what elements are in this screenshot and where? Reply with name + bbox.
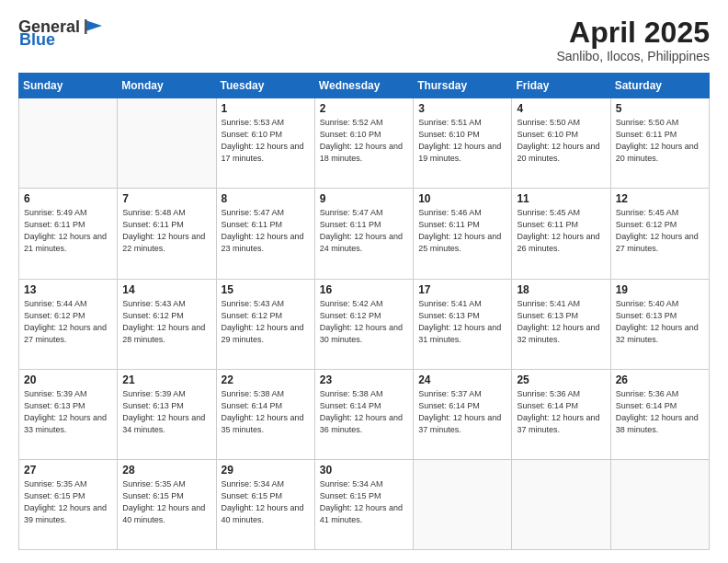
- header: General Blue April 2025 Sanlibo, Ilocos,…: [18, 17, 710, 63]
- day-info: Sunrise: 5:40 AM Sunset: 6:13 PM Dayligh…: [616, 298, 704, 346]
- day-number: 21: [122, 373, 210, 386]
- calendar-week-row: 1Sunrise: 5:53 AM Sunset: 6:10 PM Daylig…: [19, 98, 710, 189]
- day-info: Sunrise: 5:39 AM Sunset: 6:13 PM Dayligh…: [24, 388, 112, 436]
- day-number: 18: [517, 283, 605, 296]
- calendar-week-row: 6Sunrise: 5:49 AM Sunset: 6:11 PM Daylig…: [19, 189, 710, 279]
- calendar-weekday-header: Sunday: [19, 74, 118, 98]
- calendar-day-cell: 28Sunrise: 5:35 AM Sunset: 6:15 PM Dayli…: [118, 459, 216, 549]
- day-number: 12: [616, 192, 704, 205]
- day-number: 1: [222, 102, 310, 115]
- calendar-week-row: 20Sunrise: 5:39 AM Sunset: 6:13 PM Dayli…: [19, 369, 710, 459]
- calendar-day-cell: 7Sunrise: 5:48 AM Sunset: 6:11 PM Daylig…: [118, 189, 216, 279]
- day-number: 16: [320, 283, 408, 296]
- calendar-weekday-header: Friday: [512, 74, 610, 98]
- day-info: Sunrise: 5:41 AM Sunset: 6:13 PM Dayligh…: [517, 298, 605, 346]
- day-info: Sunrise: 5:42 AM Sunset: 6:12 PM Dayligh…: [320, 298, 408, 346]
- calendar-day-cell: 20Sunrise: 5:39 AM Sunset: 6:13 PM Dayli…: [19, 369, 118, 459]
- calendar-day-cell: [610, 459, 709, 549]
- logo-flag-icon: [84, 17, 104, 37]
- calendar-day-cell: 12Sunrise: 5:45 AM Sunset: 6:12 PM Dayli…: [610, 189, 709, 279]
- calendar-day-cell: [118, 98, 216, 189]
- calendar-weekday-header: Thursday: [414, 74, 512, 98]
- day-info: Sunrise: 5:36 AM Sunset: 6:14 PM Dayligh…: [616, 388, 704, 436]
- day-number: 24: [418, 373, 506, 386]
- logo-blue-text: Blue: [19, 31, 55, 48]
- calendar-day-cell: 11Sunrise: 5:45 AM Sunset: 6:11 PM Dayli…: [512, 189, 610, 279]
- day-number: 7: [122, 192, 210, 205]
- day-number: 23: [320, 373, 408, 386]
- day-number: 3: [418, 102, 506, 115]
- day-number: 29: [222, 464, 310, 477]
- day-info: Sunrise: 5:34 AM Sunset: 6:15 PM Dayligh…: [320, 478, 408, 526]
- calendar-day-cell: 24Sunrise: 5:37 AM Sunset: 6:14 PM Dayli…: [414, 369, 512, 459]
- calendar-day-cell: 9Sunrise: 5:47 AM Sunset: 6:11 PM Daylig…: [314, 189, 413, 279]
- day-info: Sunrise: 5:38 AM Sunset: 6:14 PM Dayligh…: [320, 388, 408, 436]
- calendar-day-cell: 8Sunrise: 5:47 AM Sunset: 6:11 PM Daylig…: [216, 189, 314, 279]
- calendar-day-cell: 19Sunrise: 5:40 AM Sunset: 6:13 PM Dayli…: [610, 279, 709, 369]
- day-number: 8: [222, 192, 310, 205]
- calendar-day-cell: 5Sunrise: 5:50 AM Sunset: 6:11 PM Daylig…: [610, 98, 709, 189]
- calendar-day-cell: 13Sunrise: 5:44 AM Sunset: 6:12 PM Dayli…: [19, 279, 118, 369]
- calendar-day-cell: 2Sunrise: 5:52 AM Sunset: 6:10 PM Daylig…: [314, 98, 413, 189]
- day-info: Sunrise: 5:50 AM Sunset: 6:10 PM Dayligh…: [517, 117, 605, 165]
- calendar-day-cell: 21Sunrise: 5:39 AM Sunset: 6:13 PM Dayli…: [118, 369, 216, 459]
- day-info: Sunrise: 5:52 AM Sunset: 6:10 PM Dayligh…: [320, 117, 408, 165]
- calendar-day-cell: 27Sunrise: 5:35 AM Sunset: 6:15 PM Dayli…: [19, 459, 118, 549]
- day-number: 26: [616, 373, 704, 386]
- day-info: Sunrise: 5:37 AM Sunset: 6:14 PM Dayligh…: [418, 388, 506, 436]
- calendar-day-cell: 18Sunrise: 5:41 AM Sunset: 6:13 PM Dayli…: [512, 279, 610, 369]
- day-number: 28: [122, 464, 210, 477]
- calendar-table: SundayMondayTuesdayWednesdayThursdayFrid…: [18, 73, 710, 550]
- day-info: Sunrise: 5:35 AM Sunset: 6:15 PM Dayligh…: [122, 478, 210, 526]
- day-info: Sunrise: 5:46 AM Sunset: 6:11 PM Dayligh…: [418, 207, 506, 255]
- day-number: 17: [418, 283, 506, 296]
- day-number: 20: [24, 373, 112, 386]
- calendar-weekday-header: Saturday: [610, 74, 709, 98]
- day-info: Sunrise: 5:43 AM Sunset: 6:12 PM Dayligh…: [122, 298, 210, 346]
- calendar-day-cell: 30Sunrise: 5:34 AM Sunset: 6:15 PM Dayli…: [314, 459, 413, 549]
- day-number: 30: [320, 464, 408, 477]
- calendar-day-cell: 1Sunrise: 5:53 AM Sunset: 6:10 PM Daylig…: [216, 98, 314, 189]
- calendar-week-row: 27Sunrise: 5:35 AM Sunset: 6:15 PM Dayli…: [19, 459, 710, 549]
- day-info: Sunrise: 5:44 AM Sunset: 6:12 PM Dayligh…: [24, 298, 112, 346]
- page-title: April 2025: [556, 17, 710, 49]
- day-info: Sunrise: 5:51 AM Sunset: 6:10 PM Dayligh…: [418, 117, 506, 165]
- day-number: 6: [24, 192, 112, 205]
- day-info: Sunrise: 5:34 AM Sunset: 6:15 PM Dayligh…: [222, 478, 310, 526]
- calendar-day-cell: [512, 459, 610, 549]
- day-info: Sunrise: 5:43 AM Sunset: 6:12 PM Dayligh…: [222, 298, 310, 346]
- day-info: Sunrise: 5:47 AM Sunset: 6:11 PM Dayligh…: [222, 207, 310, 255]
- day-number: 13: [24, 283, 112, 296]
- calendar-day-cell: 16Sunrise: 5:42 AM Sunset: 6:12 PM Dayli…: [314, 279, 413, 369]
- calendar-day-cell: 4Sunrise: 5:50 AM Sunset: 6:10 PM Daylig…: [512, 98, 610, 189]
- day-number: 5: [616, 102, 704, 115]
- calendar-day-cell: 15Sunrise: 5:43 AM Sunset: 6:12 PM Dayli…: [216, 279, 314, 369]
- calendar-day-cell: 29Sunrise: 5:34 AM Sunset: 6:15 PM Dayli…: [216, 459, 314, 549]
- day-info: Sunrise: 5:53 AM Sunset: 6:10 PM Dayligh…: [222, 117, 310, 165]
- day-number: 14: [122, 283, 210, 296]
- day-number: 2: [320, 102, 408, 115]
- calendar-day-cell: 25Sunrise: 5:36 AM Sunset: 6:14 PM Dayli…: [512, 369, 610, 459]
- day-number: 27: [24, 464, 112, 477]
- logo: General Blue: [18, 17, 104, 48]
- calendar-weekday-header: Tuesday: [216, 74, 314, 98]
- day-info: Sunrise: 5:45 AM Sunset: 6:12 PM Dayligh…: [616, 207, 704, 255]
- day-number: 19: [616, 283, 704, 296]
- svg-rect-1: [85, 19, 87, 34]
- day-info: Sunrise: 5:38 AM Sunset: 6:14 PM Dayligh…: [222, 388, 310, 436]
- calendar-day-cell: 26Sunrise: 5:36 AM Sunset: 6:14 PM Dayli…: [610, 369, 709, 459]
- day-number: 9: [320, 192, 408, 205]
- svg-marker-0: [85, 20, 102, 31]
- calendar-day-cell: [414, 459, 512, 549]
- day-info: Sunrise: 5:48 AM Sunset: 6:11 PM Dayligh…: [122, 207, 210, 255]
- calendar-day-cell: 23Sunrise: 5:38 AM Sunset: 6:14 PM Dayli…: [314, 369, 413, 459]
- day-info: Sunrise: 5:39 AM Sunset: 6:13 PM Dayligh…: [122, 388, 210, 436]
- calendar-header-row: SundayMondayTuesdayWednesdayThursdayFrid…: [19, 74, 710, 98]
- day-info: Sunrise: 5:41 AM Sunset: 6:13 PM Dayligh…: [418, 298, 506, 346]
- day-number: 25: [517, 373, 605, 386]
- calendar-weekday-header: Monday: [118, 74, 216, 98]
- calendar-weekday-header: Wednesday: [314, 74, 413, 98]
- day-info: Sunrise: 5:36 AM Sunset: 6:14 PM Dayligh…: [517, 388, 605, 436]
- day-number: 11: [517, 192, 605, 205]
- day-number: 10: [418, 192, 506, 205]
